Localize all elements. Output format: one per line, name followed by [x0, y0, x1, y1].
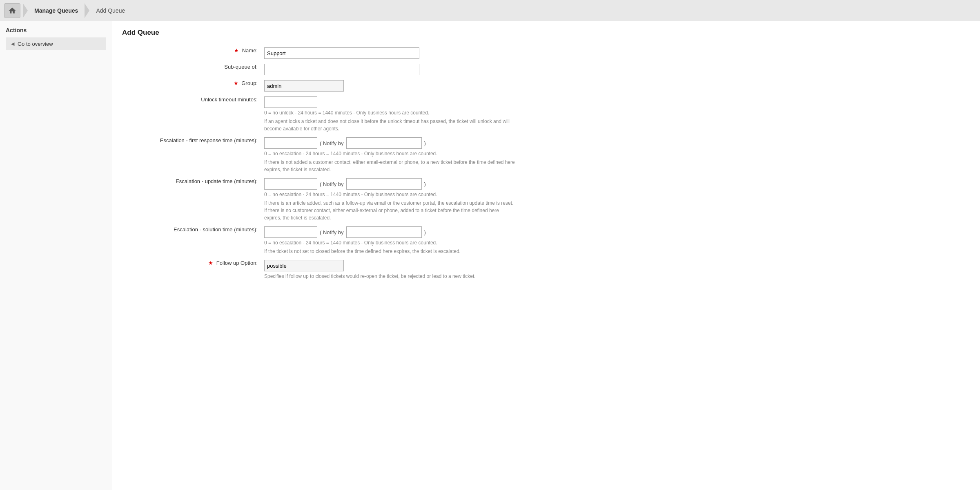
- followup-input-cell: Specifies if follow up to closed tickets…: [261, 257, 970, 282]
- group-required-star: ★: [234, 80, 238, 86]
- esc-update-input[interactable]: [264, 178, 317, 190]
- esc-first-hint2: If there is not added a customer contact…: [264, 159, 517, 173]
- breadcrumb-separator-1: [23, 3, 28, 18]
- esc-solution-close-paren: ): [424, 229, 426, 235]
- followup-label-cell: ★ Follow up Option:: [122, 257, 261, 282]
- followup-hint: Specifies if follow up to closed tickets…: [264, 273, 517, 280]
- unlock-hint1: 0 = no unlock - 24 hours = 1440 minutes …: [264, 109, 517, 116]
- sidebar: Actions ◀ Go to overview: [0, 21, 112, 490]
- subqueue-input-cell: [261, 61, 970, 78]
- esc-update-label: Escalation - update time (minutes):: [176, 178, 258, 184]
- subqueue-label: Sub-queue of:: [224, 64, 258, 70]
- esc-solution-inline: ( Notify by ): [264, 226, 967, 238]
- esc-first-row: Escalation - first response time (minute…: [122, 135, 970, 176]
- esc-update-row: Escalation - update time (minutes): ( No…: [122, 176, 970, 224]
- esc-update-notify-input[interactable]: [346, 178, 422, 190]
- followup-row: ★ Follow up Option: Specifies if follow …: [122, 257, 970, 282]
- form-table: ★ Name: Sub-queue of: ★: [122, 45, 970, 282]
- unlock-input-cell: 0 = no unlock - 24 hours = 1440 minutes …: [261, 94, 970, 135]
- esc-solution-label-cell: Escalation - solution time (minutes):: [122, 224, 261, 257]
- unlock-label-cell: Unlock timeout minutes:: [122, 94, 261, 135]
- esc-update-notify-label: ( Notify by: [320, 181, 344, 187]
- followup-label: Follow up Option:: [216, 260, 258, 266]
- sidebar-title: Actions: [6, 27, 106, 34]
- esc-first-notify-label: ( Notify by: [320, 140, 344, 146]
- esc-solution-hint2: If the ticket is not set to closed befor…: [264, 248, 517, 255]
- esc-solution-input[interactable]: [264, 226, 317, 238]
- group-row: ★ Group:: [122, 78, 970, 94]
- esc-update-input-cell: ( Notify by ) 0 = no escalation - 24 hou…: [261, 176, 970, 224]
- breadcrumb-manage-queues[interactable]: Manage Queues: [29, 5, 84, 16]
- unlock-label: Unlock timeout minutes:: [201, 96, 258, 103]
- subqueue-label-cell: Sub-queue of:: [122, 61, 261, 78]
- unlock-row: Unlock timeout minutes: 0 = no unlock - …: [122, 94, 970, 135]
- unlock-input[interactable]: [264, 96, 317, 108]
- esc-update-close-paren: ): [424, 181, 426, 187]
- go-to-overview-button[interactable]: ◀ Go to overview: [6, 38, 106, 50]
- group-label: Group:: [241, 80, 258, 86]
- main-content: Add Queue ★ Name: Sub-queue of:: [112, 21, 980, 490]
- esc-first-inline: ( Notify by ): [264, 137, 967, 149]
- esc-first-hint1: 0 = no escalation - 24 hours = 1440 minu…: [264, 150, 517, 157]
- group-input[interactable]: [264, 80, 344, 92]
- esc-first-input-cell: ( Notify by ) 0 = no escalation - 24 hou…: [261, 135, 970, 176]
- unlock-hint2: If an agent locks a ticket and does not …: [264, 118, 517, 132]
- name-row: ★ Name:: [122, 45, 970, 61]
- esc-solution-label: Escalation - solution time (minutes):: [174, 226, 258, 233]
- esc-solution-notify-label: ( Notify by: [320, 229, 344, 235]
- esc-first-label-cell: Escalation - first response time (minute…: [122, 135, 261, 176]
- breadcrumb-add-queue: Add Queue: [90, 5, 131, 16]
- subqueue-row: Sub-queue of:: [122, 61, 970, 78]
- name-label-cell: ★ Name:: [122, 45, 261, 61]
- page-title: Add Queue: [122, 29, 970, 37]
- followup-input[interactable]: [264, 260, 344, 271]
- name-label: Name:: [242, 47, 258, 54]
- go-to-overview-label: Go to overview: [18, 41, 53, 47]
- esc-update-inline: ( Notify by ): [264, 178, 967, 190]
- followup-required-star: ★: [208, 260, 213, 266]
- back-arrow-icon: ◀: [11, 41, 14, 47]
- esc-first-notify-input[interactable]: [346, 137, 422, 149]
- esc-solution-hint1: 0 = no escalation - 24 hours = 1440 minu…: [264, 239, 517, 246]
- esc-first-close-paren: ): [424, 140, 426, 146]
- esc-solution-notify-input[interactable]: [346, 226, 422, 238]
- esc-first-label: Escalation - first response time (minute…: [160, 137, 258, 143]
- esc-first-input[interactable]: [264, 137, 317, 149]
- esc-solution-row: Escalation - solution time (minutes): ( …: [122, 224, 970, 257]
- esc-solution-input-cell: ( Notify by ) 0 = no escalation - 24 hou…: [261, 224, 970, 257]
- name-input-cell: [261, 45, 970, 61]
- group-input-cell: [261, 78, 970, 94]
- esc-update-hint1: 0 = no escalation - 24 hours = 1440 minu…: [264, 191, 517, 198]
- subqueue-input[interactable]: [264, 64, 419, 75]
- esc-update-hint2: If there is an article added, such as a …: [264, 199, 517, 222]
- home-button[interactable]: [4, 3, 20, 18]
- name-input[interactable]: [264, 47, 419, 59]
- name-required-star: ★: [234, 47, 239, 54]
- esc-update-label-cell: Escalation - update time (minutes):: [122, 176, 261, 224]
- group-label-cell: ★ Group:: [122, 78, 261, 94]
- breadcrumb-separator-2: [85, 3, 89, 18]
- breadcrumb: Manage Queues Add Queue: [0, 0, 980, 21]
